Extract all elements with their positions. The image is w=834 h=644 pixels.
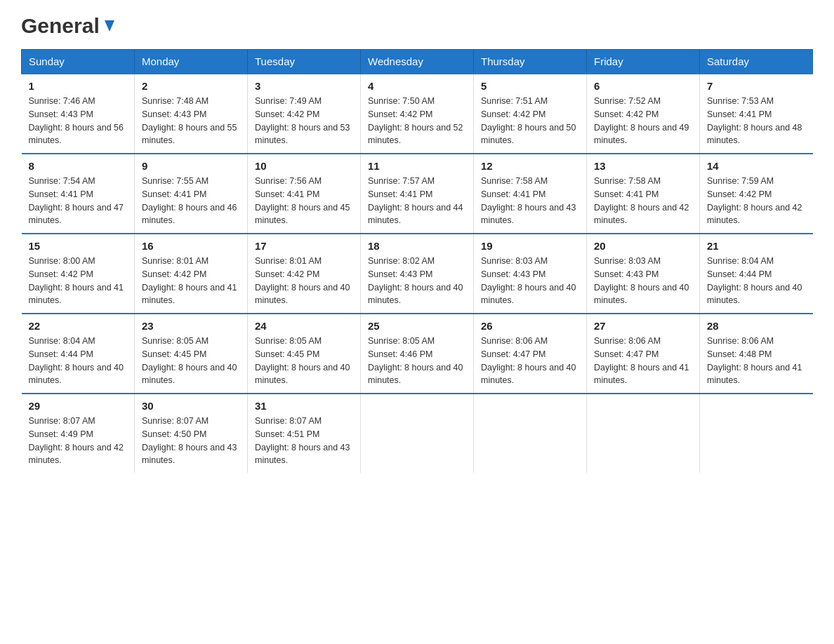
day-info: Sunrise: 8:07 AMSunset: 4:49 PMDaylight:…: [29, 415, 128, 467]
day-number: 13: [594, 160, 692, 172]
day-info: Sunrise: 8:03 AMSunset: 4:43 PMDaylight:…: [481, 255, 579, 307]
day-number: 2: [142, 80, 240, 92]
calendar-cell: 3Sunrise: 7:49 AMSunset: 4:42 PMDaylight…: [248, 74, 361, 154]
calendar-cell: 30Sunrise: 8:07 AMSunset: 4:50 PMDayligh…: [135, 394, 248, 473]
day-info: Sunrise: 7:57 AMSunset: 4:41 PMDaylight:…: [368, 175, 466, 227]
day-info: Sunrise: 7:50 AMSunset: 4:42 PMDaylight:…: [368, 95, 466, 147]
day-number: 31: [255, 400, 353, 412]
day-number: 29: [29, 400, 128, 412]
day-info: Sunrise: 7:48 AMSunset: 4:43 PMDaylight:…: [142, 95, 240, 147]
day-info: Sunrise: 8:04 AMSunset: 4:44 PMDaylight:…: [707, 255, 806, 307]
calendar-table: SundayMondayTuesdayWednesdayThursdayFrid…: [21, 49, 813, 473]
day-number: 15: [29, 240, 128, 252]
day-info: Sunrise: 7:46 AMSunset: 4:43 PMDaylight:…: [29, 95, 128, 147]
calendar-cell: 9Sunrise: 7:55 AMSunset: 4:41 PMDaylight…: [135, 154, 248, 234]
day-info: Sunrise: 7:55 AMSunset: 4:41 PMDaylight:…: [142, 175, 240, 227]
calendar-cell: 10Sunrise: 7:56 AMSunset: 4:41 PMDayligh…: [248, 154, 361, 234]
calendar-cell: 5Sunrise: 7:51 AMSunset: 4:42 PMDaylight…: [474, 74, 587, 154]
day-number: 25: [368, 320, 466, 332]
day-number: 24: [255, 320, 353, 332]
day-number: 17: [255, 240, 353, 252]
calendar-cell: 16Sunrise: 8:01 AMSunset: 4:42 PMDayligh…: [135, 234, 248, 314]
logo-arrow-icon: [102, 19, 117, 34]
calendar-cell: [587, 394, 700, 473]
day-info: Sunrise: 8:02 AMSunset: 4:43 PMDaylight:…: [368, 255, 466, 307]
header-thursday: Thursday: [474, 50, 587, 74]
day-info: Sunrise: 7:56 AMSunset: 4:41 PMDaylight:…: [255, 175, 353, 227]
calendar-cell: 21Sunrise: 8:04 AMSunset: 4:44 PMDayligh…: [700, 234, 813, 314]
logo: General: [21, 14, 117, 35]
day-number: 8: [29, 160, 128, 172]
day-number: 21: [707, 240, 806, 252]
calendar-cell: 18Sunrise: 8:02 AMSunset: 4:43 PMDayligh…: [361, 234, 474, 314]
day-number: 1: [29, 80, 128, 92]
day-number: 14: [707, 160, 806, 172]
day-info: Sunrise: 8:04 AMSunset: 4:44 PMDaylight:…: [29, 335, 128, 387]
calendar-cell: [361, 394, 474, 473]
calendar-cell: 14Sunrise: 7:59 AMSunset: 4:42 PMDayligh…: [700, 154, 813, 234]
calendar-cell: [474, 394, 587, 473]
calendar-cell: 23Sunrise: 8:05 AMSunset: 4:45 PMDayligh…: [135, 314, 248, 394]
header-tuesday: Tuesday: [248, 50, 361, 74]
day-info: Sunrise: 7:54 AMSunset: 4:41 PMDaylight:…: [29, 175, 128, 227]
header-saturday: Saturday: [700, 50, 813, 74]
day-info: Sunrise: 7:51 AMSunset: 4:42 PMDaylight:…: [481, 95, 579, 147]
day-number: 16: [142, 240, 240, 252]
header-wednesday: Wednesday: [361, 50, 474, 74]
calendar-cell: 2Sunrise: 7:48 AMSunset: 4:43 PMDaylight…: [135, 74, 248, 154]
day-number: 12: [481, 160, 579, 172]
day-number: 6: [594, 80, 692, 92]
day-number: 19: [481, 240, 579, 252]
calendar-week-row: 1Sunrise: 7:46 AMSunset: 4:43 PMDaylight…: [22, 74, 813, 154]
day-info: Sunrise: 8:00 AMSunset: 4:42 PMDaylight:…: [29, 255, 128, 307]
day-number: 7: [707, 80, 806, 92]
calendar-cell: 12Sunrise: 7:58 AMSunset: 4:41 PMDayligh…: [474, 154, 587, 234]
svg-marker-0: [105, 20, 114, 32]
header-monday: Monday: [135, 50, 248, 74]
day-info: Sunrise: 7:58 AMSunset: 4:41 PMDaylight:…: [481, 175, 579, 227]
header-sunday: Sunday: [22, 50, 135, 74]
day-number: 11: [368, 160, 466, 172]
header-friday: Friday: [587, 50, 700, 74]
day-number: 3: [255, 80, 353, 92]
day-number: 23: [142, 320, 240, 332]
calendar-cell: 24Sunrise: 8:05 AMSunset: 4:45 PMDayligh…: [248, 314, 361, 394]
calendar-cell: 31Sunrise: 8:07 AMSunset: 4:51 PMDayligh…: [248, 394, 361, 473]
calendar-cell: 29Sunrise: 8:07 AMSunset: 4:49 PMDayligh…: [22, 394, 135, 473]
day-info: Sunrise: 8:01 AMSunset: 4:42 PMDaylight:…: [255, 255, 353, 307]
calendar-cell: 26Sunrise: 8:06 AMSunset: 4:47 PMDayligh…: [474, 314, 587, 394]
day-info: Sunrise: 8:06 AMSunset: 4:47 PMDaylight:…: [594, 335, 692, 387]
calendar-week-row: 8Sunrise: 7:54 AMSunset: 4:41 PMDaylight…: [22, 154, 813, 234]
day-info: Sunrise: 8:06 AMSunset: 4:47 PMDaylight:…: [481, 335, 579, 387]
day-number: 18: [368, 240, 466, 252]
day-info: Sunrise: 8:05 AMSunset: 4:45 PMDaylight:…: [255, 335, 353, 387]
day-info: Sunrise: 8:03 AMSunset: 4:43 PMDaylight:…: [594, 255, 692, 307]
day-info: Sunrise: 8:05 AMSunset: 4:45 PMDaylight:…: [142, 335, 240, 387]
day-number: 20: [594, 240, 692, 252]
calendar-cell: 11Sunrise: 7:57 AMSunset: 4:41 PMDayligh…: [361, 154, 474, 234]
calendar-cell: 17Sunrise: 8:01 AMSunset: 4:42 PMDayligh…: [248, 234, 361, 314]
calendar-cell: 15Sunrise: 8:00 AMSunset: 4:42 PMDayligh…: [22, 234, 135, 314]
day-number: 28: [707, 320, 806, 332]
day-info: Sunrise: 8:05 AMSunset: 4:46 PMDaylight:…: [368, 335, 466, 387]
page-header: General: [21, 14, 813, 35]
day-info: Sunrise: 7:53 AMSunset: 4:41 PMDaylight:…: [707, 95, 806, 147]
calendar-cell: 19Sunrise: 8:03 AMSunset: 4:43 PMDayligh…: [474, 234, 587, 314]
calendar-week-row: 29Sunrise: 8:07 AMSunset: 4:49 PMDayligh…: [22, 394, 813, 473]
day-info: Sunrise: 7:59 AMSunset: 4:42 PMDaylight:…: [707, 175, 806, 227]
calendar-cell: 4Sunrise: 7:50 AMSunset: 4:42 PMDaylight…: [361, 74, 474, 154]
calendar-cell: [700, 394, 813, 473]
calendar-cell: 6Sunrise: 7:52 AMSunset: 4:42 PMDaylight…: [587, 74, 700, 154]
calendar-week-row: 15Sunrise: 8:00 AMSunset: 4:42 PMDayligh…: [22, 234, 813, 314]
calendar-cell: 27Sunrise: 8:06 AMSunset: 4:47 PMDayligh…: [587, 314, 700, 394]
day-info: Sunrise: 8:01 AMSunset: 4:42 PMDaylight:…: [142, 255, 240, 307]
day-info: Sunrise: 8:06 AMSunset: 4:48 PMDaylight:…: [707, 335, 806, 387]
calendar-header-row: SundayMondayTuesdayWednesdayThursdayFrid…: [22, 50, 813, 74]
day-info: Sunrise: 8:07 AMSunset: 4:51 PMDaylight:…: [255, 415, 353, 467]
logo-general-text: General: [21, 14, 100, 38]
calendar-cell: 22Sunrise: 8:04 AMSunset: 4:44 PMDayligh…: [22, 314, 135, 394]
calendar-cell: 25Sunrise: 8:05 AMSunset: 4:46 PMDayligh…: [361, 314, 474, 394]
day-info: Sunrise: 8:07 AMSunset: 4:50 PMDaylight:…: [142, 415, 240, 467]
calendar-cell: 8Sunrise: 7:54 AMSunset: 4:41 PMDaylight…: [22, 154, 135, 234]
day-number: 22: [29, 320, 128, 332]
